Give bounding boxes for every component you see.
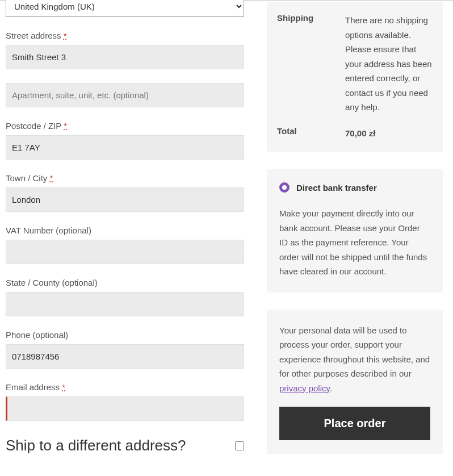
phone-group: Phone (optional): [6, 330, 244, 369]
ship-different-row: Ship to a different address?: [6, 437, 244, 454]
billing-form: United Kingdom (UK) Street address * Pos…: [0, 2, 244, 454]
shipping-text: There are no shipping options available.…: [345, 13, 433, 115]
shipping-label: Shipping: [277, 13, 345, 115]
ship-different-label: Ship to a different address?: [6, 437, 186, 454]
phone-input[interactable]: [6, 344, 244, 369]
shipping-row: Shipping There are no shipping options a…: [267, 7, 443, 120]
required-mark: *: [50, 173, 53, 183]
vat-group: VAT Number (optional): [6, 226, 244, 264]
privacy-box: Your personal data will be used to proce…: [267, 310, 443, 454]
payment-method-label: Direct bank transfer: [296, 183, 377, 193]
postcode-label: Postcode / ZIP *: [6, 121, 244, 131]
ship-different-checkbox[interactable]: [235, 441, 244, 450]
street-group: Street address *: [6, 31, 244, 69]
phone-label: Phone (optional): [6, 330, 244, 340]
privacy-text: Your personal data will be used to proce…: [279, 323, 430, 396]
state-input[interactable]: [6, 292, 244, 316]
state-group: State / County (optional): [6, 278, 244, 316]
privacy-policy-link[interactable]: privacy policy: [279, 383, 330, 393]
total-row: Total 70,00 zł: [267, 120, 443, 147]
email-input[interactable]: [6, 396, 244, 421]
apartment-group: [6, 83, 244, 107]
country-select[interactable]: United Kingdom (UK): [6, 0, 244, 17]
vat-input[interactable]: [6, 240, 244, 264]
required-mark: *: [64, 31, 67, 40]
apartment-input[interactable]: [6, 83, 244, 107]
country-group: United Kingdom (UK): [6, 2, 244, 17]
total-label: Total: [277, 126, 345, 141]
city-label: Town / City *: [6, 173, 244, 183]
payment-description: Make your payment directly into our bank…: [279, 206, 430, 279]
street-label: Street address *: [6, 31, 244, 40]
order-table: Shipping There are no shipping options a…: [267, 2, 443, 152]
required-mark: *: [62, 382, 65, 392]
postcode-group: Postcode / ZIP *: [6, 121, 244, 160]
email-group: Email address *: [6, 382, 244, 421]
total-value: 70,00 zł: [345, 126, 433, 141]
email-label: Email address *: [6, 382, 244, 392]
city-input[interactable]: [6, 187, 244, 212]
state-label: State / County (optional): [6, 278, 244, 287]
place-order-button[interactable]: Place order: [279, 407, 430, 440]
order-summary: Shipping There are no shipping options a…: [267, 2, 448, 454]
radio-selected-icon: [279, 182, 290, 193]
payment-box: Direct bank transfer Make your payment d…: [267, 169, 443, 293]
vat-label: VAT Number (optional): [6, 226, 244, 235]
city-group: Town / City *: [6, 173, 244, 212]
postcode-input[interactable]: [6, 135, 244, 160]
payment-method-row[interactable]: Direct bank transfer: [279, 182, 430, 193]
required-mark: *: [64, 121, 67, 131]
street-input[interactable]: [6, 45, 244, 69]
